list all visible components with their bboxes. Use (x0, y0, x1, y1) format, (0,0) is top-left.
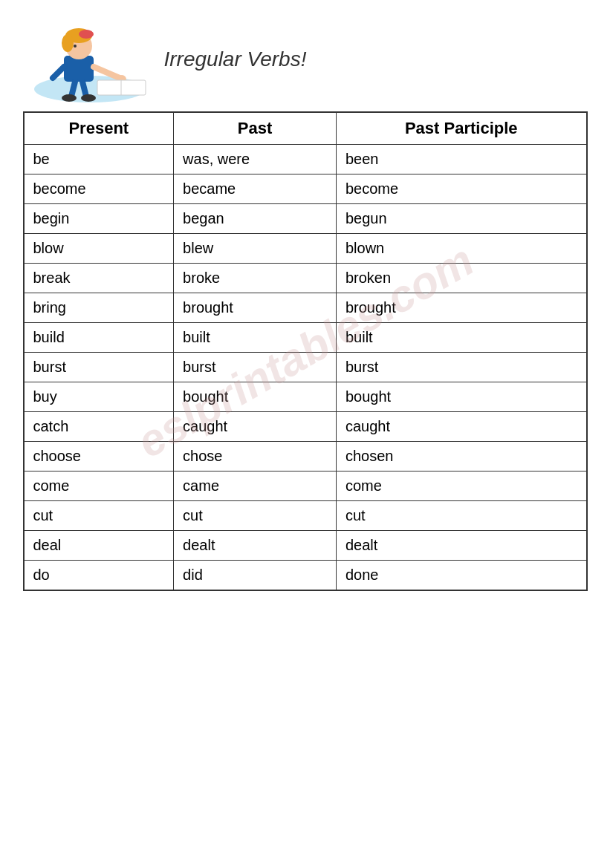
cell-8-0: buy (24, 382, 174, 412)
cell-9-2: caught (336, 412, 586, 442)
cell-1-2: become (336, 174, 586, 204)
cell-3-0: blow (24, 234, 174, 264)
cell-10-1: chose (174, 442, 337, 471)
cell-8-1: bought (174, 382, 337, 412)
cell-5-1: brought (174, 293, 337, 323)
cell-4-0: break (24, 264, 174, 293)
table-row: bewas, werebeen (24, 145, 587, 174)
svg-point-4 (62, 34, 74, 52)
table-row: dealdealtdealt (24, 531, 587, 561)
header-present: Present (24, 112, 174, 145)
table-row: bringbroughtbrought (24, 293, 587, 323)
cell-10-0: choose (24, 442, 174, 471)
cell-7-0: burst (24, 353, 174, 382)
cell-0-2: been (336, 145, 586, 174)
cell-8-2: bought (336, 382, 586, 412)
page-title: Irregular Verbs! (164, 48, 307, 71)
table-row: comecamecome (24, 471, 587, 501)
cell-9-1: caught (174, 412, 337, 442)
cell-1-0: become (24, 174, 174, 204)
header-past-participle: Past Participle (336, 112, 586, 145)
cell-13-1: dealt (174, 531, 337, 561)
svg-point-16 (62, 94, 77, 102)
cell-13-2: dealt (336, 531, 586, 561)
cell-5-2: brought (336, 293, 586, 323)
cell-14-1: did (174, 561, 337, 591)
cell-2-0: begin (24, 204, 174, 234)
header-past: Past (174, 112, 337, 145)
table-header-row: Present Past Past Participle (24, 112, 587, 145)
cell-6-0: build (24, 323, 174, 353)
cell-7-1: burst (174, 353, 337, 382)
cell-12-1: cut (174, 501, 337, 531)
cell-12-2: cut (336, 501, 586, 531)
cell-6-1: built (174, 323, 337, 353)
cell-13-0: deal (24, 531, 174, 561)
cell-14-0: do (24, 561, 174, 591)
header: Irregular Verbs! (23, 15, 588, 104)
cell-11-1: came (174, 471, 337, 501)
cell-5-0: bring (24, 293, 174, 323)
cell-9-0: catch (24, 412, 174, 442)
cell-11-2: come (336, 471, 586, 501)
cell-2-1: began (174, 204, 337, 234)
cell-14-2: done (336, 561, 586, 591)
table-wrapper: eslprintables.com Present Past Past Part… (23, 111, 588, 591)
table-row: blowblewblown (24, 234, 587, 264)
svg-line-15 (82, 82, 86, 97)
irregular-verbs-table: Present Past Past Participle bewas, were… (23, 111, 588, 591)
table-row: buildbuiltbuilt (24, 323, 587, 353)
cell-4-1: broke (174, 264, 337, 293)
svg-line-13 (53, 67, 64, 78)
svg-line-14 (71, 82, 75, 97)
cell-2-2: begun (336, 204, 586, 234)
svg-point-5 (74, 45, 77, 48)
table-row: catchcaughtcaught (24, 412, 587, 442)
cell-0-1: was, were (174, 145, 337, 174)
cell-4-2: broken (336, 264, 586, 293)
cell-6-2: built (336, 323, 586, 353)
cell-3-1: blew (174, 234, 337, 264)
cell-7-2: burst (336, 353, 586, 382)
svg-point-6 (79, 30, 94, 39)
cell-11-0: come (24, 471, 174, 501)
svg-rect-1 (64, 56, 94, 82)
table-row: cutcutcut (24, 501, 587, 531)
table-row: beginbeganbegun (24, 204, 587, 234)
table-row: buyboughtbought (24, 382, 587, 412)
cell-10-2: chosen (336, 442, 586, 471)
illustration (23, 15, 157, 104)
table-row: dodiddone (24, 561, 587, 591)
table-row: burstburstburst (24, 353, 587, 382)
cell-12-0: cut (24, 501, 174, 531)
svg-point-17 (81, 94, 96, 102)
table-row: choosechosechosen (24, 442, 587, 471)
cell-1-1: became (174, 174, 337, 204)
page-container: Irregular Verbs! eslprintables.com Prese… (23, 15, 588, 591)
table-row: breakbrokebroken (24, 264, 587, 293)
table-row: becomebecamebecome (24, 174, 587, 204)
cell-3-2: blown (336, 234, 586, 264)
cell-0-0: be (24, 145, 174, 174)
